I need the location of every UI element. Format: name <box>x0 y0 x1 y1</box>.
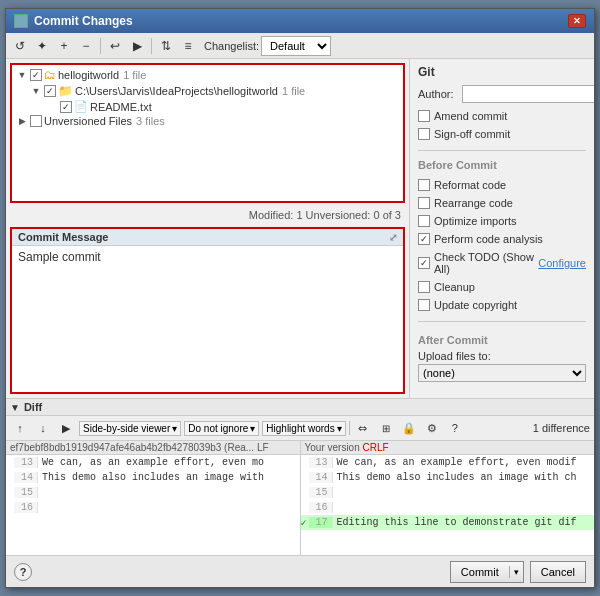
ignore-label: Do not ignore <box>188 423 248 434</box>
checkbox-cleanup[interactable] <box>418 281 430 293</box>
diff-right-line-17: ✓ 17 Editing this line to demonstrate gi… <box>301 515 595 530</box>
diff-right-header-text: Your version <box>305 442 360 453</box>
signoff-row[interactable]: Sign-off commit <box>418 128 586 140</box>
diff-right-content-14: This demo also includes an image with ch <box>333 472 595 483</box>
count-hellogitworld: 1 file <box>123 69 146 81</box>
diff-left-num-16: 16 <box>14 502 38 513</box>
diff-right-num-14: 14 <box>309 472 333 483</box>
diff-right-content-13: We can, as an example effort, even modif <box>333 457 595 468</box>
diff-left-line-13: 13 We can, as an example effort, even mo <box>6 455 300 470</box>
diff-help-btn[interactable]: ? <box>445 418 465 438</box>
diff-sep1 <box>349 421 350 435</box>
checkbox-todo[interactable] <box>418 257 430 269</box>
expand-chevron-path[interactable]: ▼ <box>30 85 42 97</box>
diff-right-num-16: 16 <box>309 502 333 513</box>
refresh-button[interactable]: ↺ <box>10 36 30 56</box>
tree-item-hellogitworld[interactable]: ▼ 🗂 hellogitworld 1 file <box>14 67 401 83</box>
copyright-row[interactable]: Update copyright <box>418 299 586 311</box>
checkbox-unversioned[interactable] <box>30 115 42 127</box>
expand-button[interactable]: ▶ <box>127 36 147 56</box>
commit-changes-window: Commit Changes ✕ ↺ ✦ + − ↩ ▶ ⇅ ≡ Changel… <box>5 8 595 588</box>
diff-expand-all-button[interactable]: ▶ <box>56 418 76 438</box>
add-button[interactable]: ✦ <box>32 36 52 56</box>
titlebar: Commit Changes ✕ <box>6 9 594 33</box>
git-title: Git <box>418 65 586 79</box>
diff-left-num-14: 14 <box>14 472 38 483</box>
diff-expand-icon[interactable]: ▼ <box>10 402 20 413</box>
move-up-button[interactable]: ⇅ <box>156 36 176 56</box>
commit-arrow-icon[interactable]: ▾ <box>510 567 523 577</box>
configure-link[interactable]: Configure <box>538 257 586 269</box>
amend-label: Amend commit <box>434 110 507 122</box>
commit-message-input[interactable]: Sample commit <box>12 246 403 392</box>
right-panel: Git Author: Amend commit Sign-off commit… <box>409 59 594 398</box>
changelist-select[interactable]: Default <box>261 36 331 56</box>
help-button[interactable]: ? <box>14 563 32 581</box>
diff-left-line-15: 15 <box>6 485 300 500</box>
minus-button[interactable]: − <box>76 36 96 56</box>
checkbox-signoff[interactable] <box>418 128 430 140</box>
author-label: Author: <box>418 88 458 100</box>
diff-right-line-16: 16 <box>301 500 595 515</box>
diff-left-pane: 13 We can, as an example effort, even mo… <box>6 455 301 555</box>
upload-select[interactable]: (none) <box>418 364 586 382</box>
toolbar: ↺ ✦ + − ↩ ▶ ⇅ ≡ Changelist: Default <box>6 33 594 59</box>
checkbox-readme[interactable] <box>60 101 72 113</box>
tree-item-readme[interactable]: 📄 README.txt <box>14 99 401 114</box>
ignore-select-btn[interactable]: Do not ignore ▾ <box>184 421 259 436</box>
perform-row[interactable]: Perform code analysis <box>418 233 586 245</box>
diff-next-button[interactable]: ↓ <box>33 418 53 438</box>
highlight-chevron-icon: ▾ <box>337 423 342 434</box>
checkbox-optimize[interactable] <box>418 215 430 227</box>
checkbox-amend[interactable] <box>418 110 430 122</box>
plus-button[interactable]: + <box>54 36 74 56</box>
diff-lock-btn[interactable]: 🔒 <box>399 418 419 438</box>
commit-button[interactable]: Commit ▾ <box>450 561 524 583</box>
footer: ? Commit ▾ Cancel <box>6 555 594 587</box>
label-unversioned: Unversioned Files <box>44 115 132 127</box>
checkbox-hellogitworld[interactable] <box>30 69 42 81</box>
commit-message-header: Commit Message ⤢ <box>12 229 403 246</box>
todo-row[interactable]: Check TODO (Show All) Configure <box>418 251 586 275</box>
diff-settings-btn1[interactable]: ⇔ <box>353 418 373 438</box>
diff-prev-button[interactable]: ↑ <box>10 418 30 438</box>
expand-chevron-hellogitworld[interactable]: ▼ <box>16 69 28 81</box>
close-button[interactable]: ✕ <box>568 14 586 28</box>
divider1 <box>418 150 586 151</box>
author-input[interactable] <box>462 85 594 103</box>
label-hellogitworld: hellogitworld <box>58 69 119 81</box>
optimize-row[interactable]: Optimize imports <box>418 215 586 227</box>
commit-label: Commit <box>451 566 510 578</box>
count-path: 1 file <box>282 85 305 97</box>
checkbox-rearrange[interactable] <box>418 197 430 209</box>
checkbox-copyright[interactable] <box>418 299 430 311</box>
diff-left-num-15: 15 <box>14 487 38 498</box>
tree-item-path[interactable]: ▼ 📁 C:\Users\Jarvis\IdeaProjects\hellogi… <box>14 83 401 99</box>
checkbox-reformat[interactable] <box>418 179 430 191</box>
diff-left-content-14: This demo also includes an image with <box>38 472 300 483</box>
perform-label: Perform code analysis <box>434 233 543 245</box>
rearrange-row[interactable]: Rearrange code <box>418 197 586 209</box>
amend-row[interactable]: Amend commit <box>418 110 586 122</box>
undo-button[interactable]: ↩ <box>105 36 125 56</box>
cancel-button[interactable]: Cancel <box>530 561 586 583</box>
checkbox-path[interactable] <box>44 85 56 97</box>
ignore-chevron-icon: ▾ <box>250 423 255 434</box>
diff-gear-btn[interactable]: ⚙ <box>422 418 442 438</box>
cleanup-row[interactable]: Cleanup <box>418 281 586 293</box>
highlight-select-btn[interactable]: Highlight words ▾ <box>262 421 345 436</box>
label-readme: README.txt <box>90 101 152 113</box>
expand-chevron-unversioned[interactable]: ▶ <box>16 115 28 127</box>
file-tree-container: ▼ 🗂 hellogitworld 1 file ▼ 📁 C:\Users\Ja… <box>10 63 405 203</box>
tree-item-unversioned[interactable]: ▶ Unversioned Files 3 files <box>14 114 401 128</box>
diff-right-num-15: 15 <box>309 487 333 498</box>
commit-message-title: Commit Message <box>18 231 108 243</box>
reformat-row[interactable]: Reformat code <box>418 179 586 191</box>
todo-label: Check TODO (Show All) <box>434 251 534 275</box>
viewer-select-btn[interactable]: Side-by-side viewer ▾ <box>79 421 181 436</box>
diff-right-header: Your version CRLF <box>301 441 595 454</box>
checkbox-perform[interactable] <box>418 233 430 245</box>
diff-settings-btn2[interactable]: ⊞ <box>376 418 396 438</box>
window-title: Commit Changes <box>34 14 133 28</box>
move-down-button[interactable]: ≡ <box>178 36 198 56</box>
